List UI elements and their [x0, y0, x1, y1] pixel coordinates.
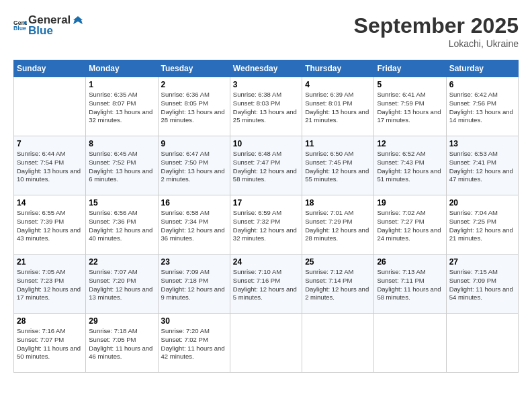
calendar-cell: 15Sunrise: 6:56 AM Sunset: 7:36 PM Dayli… [86, 195, 158, 255]
day-number: 12 [377, 139, 443, 148]
calendar-cell: 27Sunrise: 7:15 AM Sunset: 7:09 PM Dayli… [446, 255, 518, 314]
day-info: Sunrise: 7:05 AM Sunset: 7:23 PM Dayligh… [17, 268, 83, 302]
calendar-cell: 24Sunrise: 7:10 AM Sunset: 7:16 PM Dayli… [230, 255, 302, 314]
calendar-cell [302, 314, 374, 373]
title-block: September 2025 Lokachi, Ukraine [354, 13, 519, 49]
day-info: Sunrise: 6:45 AM Sunset: 7:52 PM Dayligh… [89, 150, 154, 184]
day-info: Sunrise: 6:55 AM Sunset: 7:39 PM Dayligh… [17, 209, 83, 243]
day-number: 20 [449, 198, 515, 208]
svg-text:Blue: Blue [13, 26, 26, 32]
day-number: 30 [161, 316, 227, 326]
day-info: Sunrise: 6:39 AM Sunset: 8:01 PM Dayligh… [305, 91, 371, 125]
day-header-wednesday: Wednesday [230, 60, 302, 77]
calendar-cell [14, 77, 86, 136]
day-number: 3 [233, 80, 299, 89]
day-header-monday: Monday [86, 60, 158, 77]
page-header: General Blue General Blue September 2025… [13, 13, 519, 49]
calendar-title: September 2025 [354, 13, 519, 38]
calendar-cell: 11Sunrise: 6:50 AM Sunset: 7:45 PM Dayli… [302, 136, 374, 195]
day-info: Sunrise: 7:15 AM Sunset: 7:09 PM Dayligh… [449, 268, 515, 302]
day-number: 9 [161, 139, 227, 148]
day-number: 5 [377, 80, 443, 89]
calendar-cell [374, 314, 446, 373]
day-info: Sunrise: 7:07 AM Sunset: 7:20 PM Dayligh… [89, 268, 154, 302]
day-number: 26 [377, 257, 443, 267]
day-header-friday: Friday [374, 60, 446, 77]
calendar-cell: 29Sunrise: 7:18 AM Sunset: 7:05 PM Dayli… [86, 314, 158, 373]
day-number: 14 [17, 198, 83, 208]
calendar-cell: 7Sunrise: 6:44 AM Sunset: 7:54 PM Daylig… [14, 136, 86, 195]
day-number: 7 [17, 139, 83, 148]
calendar-cell [446, 314, 518, 373]
calendar-header-row: SundayMondayTuesdayWednesdayThursdayFrid… [14, 60, 519, 77]
day-info: Sunrise: 6:35 AM Sunset: 8:07 PM Dayligh… [89, 91, 154, 125]
logo: General Blue General Blue [13, 13, 84, 38]
day-number: 28 [17, 316, 83, 326]
calendar-cell: 22Sunrise: 7:07 AM Sunset: 7:20 PM Dayli… [86, 255, 158, 314]
calendar-cell: 1Sunrise: 6:35 AM Sunset: 8:07 PM Daylig… [86, 77, 158, 136]
calendar-cell: 4Sunrise: 6:39 AM Sunset: 8:01 PM Daylig… [302, 77, 374, 136]
day-info: Sunrise: 7:12 AM Sunset: 7:14 PM Dayligh… [305, 268, 371, 302]
calendar-cell: 2Sunrise: 6:36 AM Sunset: 8:05 PM Daylig… [158, 77, 230, 136]
day-info: Sunrise: 7:13 AM Sunset: 7:11 PM Dayligh… [377, 268, 443, 302]
calendar-cell: 16Sunrise: 6:58 AM Sunset: 7:34 PM Dayli… [158, 195, 230, 255]
day-number: 2 [161, 80, 227, 89]
day-number: 4 [305, 80, 371, 89]
calendar-week-row: 1Sunrise: 6:35 AM Sunset: 8:07 PM Daylig… [14, 77, 519, 136]
day-info: Sunrise: 7:18 AM Sunset: 7:05 PM Dayligh… [89, 327, 154, 361]
day-info: Sunrise: 7:10 AM Sunset: 7:16 PM Dayligh… [233, 268, 299, 302]
calendar-cell: 30Sunrise: 7:20 AM Sunset: 7:02 PM Dayli… [158, 314, 230, 373]
day-number: 22 [89, 257, 154, 267]
day-header-thursday: Thursday [302, 60, 374, 77]
calendar-cell: 21Sunrise: 7:05 AM Sunset: 7:23 PM Dayli… [14, 255, 86, 314]
day-info: Sunrise: 7:02 AM Sunset: 7:27 PM Dayligh… [377, 209, 443, 243]
calendar-cell: 9Sunrise: 6:47 AM Sunset: 7:50 PM Daylig… [158, 136, 230, 195]
day-info: Sunrise: 7:04 AM Sunset: 7:25 PM Dayligh… [449, 209, 515, 243]
calendar-cell: 14Sunrise: 6:55 AM Sunset: 7:39 PM Dayli… [14, 195, 86, 255]
day-number: 29 [89, 316, 154, 326]
day-header-sunday: Sunday [14, 60, 86, 77]
calendar-week-row: 28Sunrise: 7:16 AM Sunset: 7:07 PM Dayli… [14, 314, 519, 373]
day-number: 1 [89, 80, 154, 89]
logo-bird-icon [72, 15, 84, 26]
day-number: 13 [449, 139, 515, 148]
calendar-week-row: 21Sunrise: 7:05 AM Sunset: 7:23 PM Dayli… [14, 255, 519, 314]
day-info: Sunrise: 6:53 AM Sunset: 7:41 PM Dayligh… [449, 150, 515, 184]
day-number: 25 [305, 257, 371, 267]
day-header-saturday: Saturday [446, 60, 518, 77]
day-info: Sunrise: 6:48 AM Sunset: 7:47 PM Dayligh… [233, 150, 299, 184]
calendar-cell: 18Sunrise: 7:01 AM Sunset: 7:29 PM Dayli… [302, 195, 374, 255]
calendar-cell: 13Sunrise: 6:53 AM Sunset: 7:41 PM Dayli… [446, 136, 518, 195]
calendar-cell [230, 314, 302, 373]
calendar-cell: 28Sunrise: 7:16 AM Sunset: 7:07 PM Dayli… [14, 314, 86, 373]
day-info: Sunrise: 6:42 AM Sunset: 7:56 PM Dayligh… [449, 91, 515, 125]
calendar-cell: 5Sunrise: 6:41 AM Sunset: 7:59 PM Daylig… [374, 77, 446, 136]
calendar-cell: 26Sunrise: 7:13 AM Sunset: 7:11 PM Dayli… [374, 255, 446, 314]
calendar-cell: 6Sunrise: 6:42 AM Sunset: 7:56 PM Daylig… [446, 77, 518, 136]
svg-marker-2 [73, 16, 83, 24]
calendar-cell: 25Sunrise: 7:12 AM Sunset: 7:14 PM Dayli… [302, 255, 374, 314]
day-number: 24 [233, 257, 299, 267]
calendar-cell: 12Sunrise: 6:52 AM Sunset: 7:43 PM Dayli… [374, 136, 446, 195]
day-info: Sunrise: 6:41 AM Sunset: 7:59 PM Dayligh… [377, 91, 443, 125]
logo-icon: General Blue [13, 19, 27, 32]
day-info: Sunrise: 6:59 AM Sunset: 7:32 PM Dayligh… [233, 209, 299, 243]
day-number: 18 [305, 198, 371, 208]
day-info: Sunrise: 6:50 AM Sunset: 7:45 PM Dayligh… [305, 150, 371, 184]
calendar-cell: 17Sunrise: 6:59 AM Sunset: 7:32 PM Dayli… [230, 195, 302, 255]
day-number: 17 [233, 198, 299, 208]
day-info: Sunrise: 7:09 AM Sunset: 7:18 PM Dayligh… [161, 268, 227, 302]
day-number: 11 [305, 139, 371, 148]
day-number: 15 [89, 198, 154, 208]
day-info: Sunrise: 6:52 AM Sunset: 7:43 PM Dayligh… [377, 150, 443, 184]
day-info: Sunrise: 6:56 AM Sunset: 7:36 PM Dayligh… [89, 209, 154, 243]
day-number: 19 [377, 198, 443, 208]
day-info: Sunrise: 7:20 AM Sunset: 7:02 PM Dayligh… [161, 327, 227, 361]
calendar-location: Lokachi, Ukraine [354, 38, 519, 49]
day-info: Sunrise: 6:36 AM Sunset: 8:05 PM Dayligh… [161, 91, 227, 125]
calendar-cell: 3Sunrise: 6:38 AM Sunset: 8:03 PM Daylig… [230, 77, 302, 136]
calendar-week-row: 14Sunrise: 6:55 AM Sunset: 7:39 PM Dayli… [14, 195, 519, 255]
day-info: Sunrise: 7:01 AM Sunset: 7:29 PM Dayligh… [305, 209, 371, 243]
day-number: 21 [17, 257, 83, 267]
day-header-tuesday: Tuesday [158, 60, 230, 77]
